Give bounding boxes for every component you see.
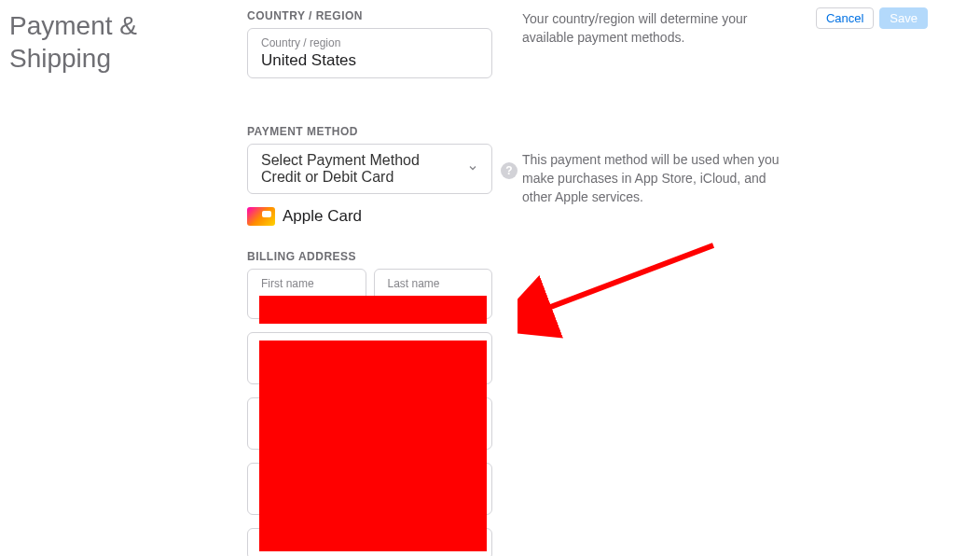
save-button[interactable]: Save: [879, 7, 928, 29]
redaction-block: [259, 296, 487, 324]
annotation-arrow: [518, 236, 732, 339]
billing-address-label: BILLING ADDRESS: [247, 250, 492, 263]
payment-method-select[interactable]: Select Payment Method Credit or Debit Ca…: [247, 144, 492, 194]
payment-method-value: Credit or Debit Card: [261, 169, 478, 186]
payment-method-label: PAYMENT METHOD: [247, 125, 492, 138]
payment-help-text: This payment method will be used when yo…: [522, 150, 793, 207]
page-title-line2: Shipping: [9, 44, 111, 73]
country-region-block: COUNTRY / REGION Country / region United…: [247, 9, 492, 78]
redaction-block: [259, 341, 487, 551]
country-region-select[interactable]: Country / region United States: [247, 28, 492, 78]
apple-card-label: Apple Card: [283, 207, 362, 226]
action-buttons: Cancel Save: [816, 7, 928, 29]
apple-card-option[interactable]: Apple Card: [247, 207, 492, 226]
country-region-label: COUNTRY / REGION: [247, 9, 492, 22]
page-title-line1: Payment &: [9, 11, 137, 40]
cancel-button[interactable]: Cancel: [816, 7, 874, 29]
payment-method-mini-label: Select Payment Method: [261, 152, 478, 169]
country-region-value: United States: [261, 51, 478, 70]
help-icon[interactable]: ?: [501, 162, 518, 179]
country-region-mini-label: Country / region: [261, 36, 478, 49]
help-column: Your country/region will determine your …: [522, 9, 793, 206]
page-title: Payment & Shipping: [9, 9, 137, 75]
country-help-text: Your country/region will determine your …: [522, 9, 793, 48]
first-name-label: First name: [261, 277, 352, 290]
last-name-label: Last name: [388, 277, 479, 290]
svg-line-1: [541, 245, 713, 311]
chevron-down-icon: [467, 160, 478, 177]
payment-method-block: PAYMENT METHOD Select Payment Method Cre…: [247, 125, 492, 194]
apple-card-icon: [247, 207, 275, 226]
